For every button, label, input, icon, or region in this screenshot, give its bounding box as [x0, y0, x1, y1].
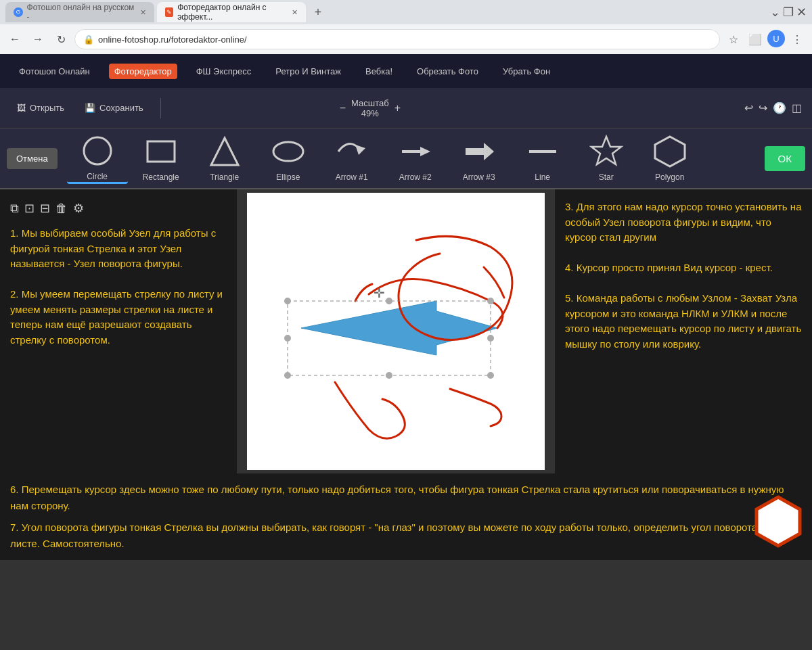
save-label: Сохранить — [99, 103, 143, 113]
history-button[interactable]: 🕐 — [773, 101, 786, 114]
app-navigation: Фотошоп Онлайн Фоторедактор ФШ Экспресс … — [0, 54, 812, 88]
tab-2-close[interactable]: ✕ — [292, 8, 298, 17]
save-icon: 💾 — [85, 103, 95, 113]
arrow3-icon — [462, 135, 496, 168]
svg-point-21 — [487, 372, 494, 379]
lock-icon: 🔒 — [83, 34, 94, 45]
scale-increase[interactable]: + — [394, 102, 401, 114]
svg-point-16 — [487, 298, 494, 304]
svg-point-3 — [273, 142, 303, 161]
save-button[interactable]: 💾 Сохранить — [78, 99, 150, 117]
back-button[interactable]: ← — [5, 30, 24, 49]
navigation-bar: ← → ↻ 🔒 online-fotoshop.ru/fotoredaktor-… — [0, 24, 812, 54]
left-panel-text: 1. Мы выбираем особый Узел для работы с … — [10, 226, 227, 348]
svg-text:✛: ✛ — [374, 285, 385, 300]
tab-1-close[interactable]: ✕ — [140, 8, 146, 17]
polygon-icon — [653, 135, 687, 168]
nav-remove-bg[interactable]: Убрать Фон — [497, 64, 556, 79]
select-icon[interactable]: ⊟ — [40, 200, 50, 218]
nav-fsh-express[interactable]: ФШ Экспресс — [191, 64, 257, 79]
shape-line[interactable]: Line — [512, 133, 573, 184]
open-button[interactable]: 🖼 Открыть — [10, 99, 71, 117]
cancel-button[interactable]: Отмена — [7, 148, 58, 169]
profile-icon[interactable]: U — [767, 30, 785, 47]
new-tab-button[interactable]: + — [309, 3, 328, 22]
reload-button[interactable]: ↻ — [51, 30, 70, 49]
shape-arrow3-label: Arrow #3 — [463, 172, 495, 182]
extensions-icon[interactable]: ⬜ — [746, 30, 765, 49]
nav-crop[interactable]: Обрезать Фото — [411, 64, 484, 79]
bottom-text-1: 6. Перемещать курсор здесь можно тоже по… — [10, 482, 802, 514]
settings-icon[interactable]: ⚙ — [73, 200, 84, 218]
tool-icon-bar: ⧉ ⊡ ⊟ 🗑 ⚙ — [10, 200, 227, 218]
address-bar[interactable]: 🔒 online-fotoshop.ru/fotoredaktor-online… — [74, 29, 720, 49]
layers-button[interactable]: ◫ — [792, 101, 802, 114]
shape-polygon[interactable]: Polygon — [639, 133, 700, 184]
line-icon — [526, 135, 560, 168]
right-panel-text: 3. Для этого нам надо курсор точно устан… — [565, 200, 802, 352]
browser-chrome: G Фотошоп онлайн на русском - ✕ ✎ Фоторе… — [0, 0, 812, 54]
undo-button[interactable]: ↩ — [744, 101, 753, 114]
forward-button[interactable]: → — [28, 30, 47, 49]
shape-arrow2-label: Arrow #2 — [399, 172, 432, 182]
svg-marker-11 — [655, 137, 685, 166]
right-instruction-panel: 3. Для этого нам надо курсор точно устан… — [555, 189, 812, 473]
canvas-area[interactable]: ✛ — [237, 189, 555, 473]
tab-2-label: Фоторедактор онлайн с эффект... — [177, 3, 288, 22]
tab-1-label: Фотошоп онлайн на русском - — [27, 3, 136, 22]
svg-marker-8 — [484, 143, 494, 160]
nav-fotoshop-online[interactable]: Фотошоп Онлайн — [14, 64, 95, 79]
ok-button[interactable]: ОК — [765, 146, 805, 171]
svg-marker-4 — [355, 145, 365, 155]
star-icon — [589, 135, 623, 168]
shape-arrow2[interactable]: Arrow #2 — [385, 133, 446, 184]
nav-fotoredaktor[interactable]: Фоторедактор — [109, 64, 177, 79]
menu-icon[interactable]: ⋮ — [788, 30, 807, 49]
url-text: online-fotoshop.ru/fotoredaktor-online/ — [98, 34, 247, 45]
shape-arrow3[interactable]: Arrow #3 — [449, 133, 510, 184]
drawing-canvas[interactable]: ✛ — [247, 193, 545, 470]
restore-btn[interactable]: ❐ — [783, 5, 794, 20]
nav-webcam[interactable]: Вебка! — [360, 64, 398, 79]
arrow2-icon — [399, 135, 432, 168]
shape-rectangle[interactable]: Rectangle — [131, 133, 191, 184]
triangle-icon — [208, 135, 242, 168]
scale-decrease[interactable]: − — [340, 102, 346, 114]
shape-selector-bar: Отмена Circle Rectangle Triangle Ellipse — [0, 129, 812, 189]
ellipse-icon — [271, 135, 305, 168]
svg-point-17 — [284, 335, 291, 342]
open-icon: 🖼 — [17, 103, 26, 113]
bottom-instruction-panel: 6. Перемещать курсор здесь можно тоже по… — [0, 473, 812, 560]
bookmark-icon[interactable]: ☆ — [724, 30, 743, 49]
shape-rectangle-label: Rectangle — [143, 172, 179, 182]
svg-rect-1 — [148, 141, 175, 162]
hex-icon-container — [751, 494, 805, 553]
shape-circle-label: Circle — [87, 172, 108, 181]
copy-icon[interactable]: ⧉ — [10, 200, 19, 218]
tab-2[interactable]: ✎ Фоторедактор онлайн с эффект... ✕ — [157, 2, 306, 22]
main-toolbar: 🖼 Открыть 💾 Сохранить − Масштаб 49% + ↩ … — [0, 88, 812, 129]
delete-icon[interactable]: 🗑 — [55, 200, 68, 218]
toolbar-separator — [160, 98, 161, 118]
tab-1[interactable]: G Фотошоп онлайн на русском - ✕ — [5, 2, 154, 22]
close-btn[interactable]: ✕ — [796, 5, 807, 20]
left-instruction-panel: ⧉ ⊡ ⊟ 🗑 ⚙ 1. Мы выбираем особый Узел для… — [0, 189, 237, 473]
shape-triangle-label: Triangle — [210, 172, 239, 182]
tab-2-favicon: ✎ — [165, 7, 173, 17]
shape-ellipse[interactable]: Ellipse — [258, 133, 319, 184]
shape-star[interactable]: Star — [576, 133, 637, 184]
crop-icon[interactable]: ⊡ — [24, 200, 35, 218]
shape-circle[interactable]: Circle — [67, 133, 128, 184]
hexagon-icon — [751, 494, 805, 549]
nav-retro[interactable]: Ретро И Винтаж — [270, 64, 346, 79]
shape-triangle[interactable]: Triangle — [194, 133, 255, 184]
redo-button[interactable]: ↪ — [759, 101, 767, 114]
svg-marker-6 — [420, 147, 430, 156]
svg-point-14 — [284, 298, 291, 304]
minimize-btn[interactable]: ⌄ — [770, 5, 780, 20]
main-content-area: ⧉ ⊡ ⊟ 🗑 ⚙ 1. Мы выбираем особый Узел для… — [0, 189, 812, 473]
shape-arrow1[interactable]: Arrow #1 — [321, 133, 382, 184]
arrow1-icon — [335, 135, 369, 168]
canvas-svg: ✛ — [247, 193, 545, 470]
svg-point-19 — [284, 372, 291, 379]
